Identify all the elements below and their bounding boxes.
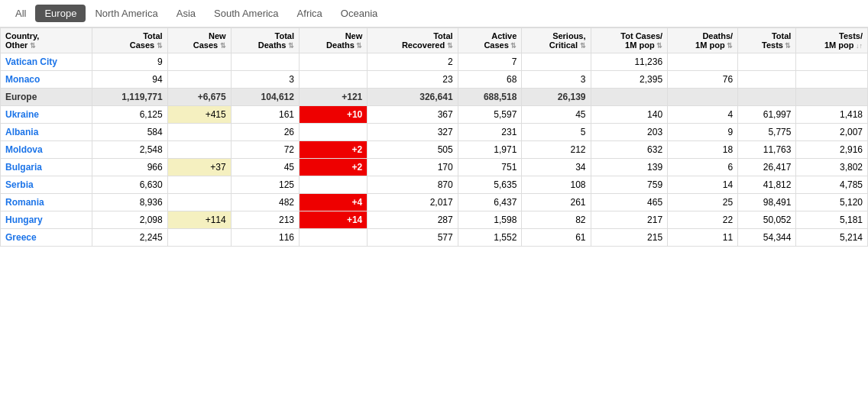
data-cell-total_deaths: 3	[231, 71, 299, 89]
col-header-country[interactable]: Country,Other ⇅	[1, 28, 92, 53]
data-cell-active_cases: 231	[458, 124, 522, 141]
country-link[interactable]: Moldova	[5, 144, 43, 155]
col-header-serious-critical[interactable]: Serious,Critical ⇅	[522, 28, 591, 53]
tab-oceania[interactable]: Oceania	[332, 5, 387, 22]
data-cell-deaths_per_m: 22	[668, 211, 738, 229]
country-link[interactable]: Greece	[5, 232, 37, 243]
data-cell-active_cases: 688,518	[458, 89, 522, 106]
data-cell-deaths_per_m: 76	[668, 71, 738, 89]
col-header-total-tests[interactable]: TotalTests ⇅	[738, 28, 796, 53]
data-cell-new_deaths	[299, 176, 367, 194]
country-cell[interactable]: Greece	[1, 229, 92, 247]
col-header-total-recovered[interactable]: TotalRecovered ⇅	[368, 28, 458, 53]
tab-europe[interactable]: Europe	[35, 5, 86, 22]
col-header-total-deaths[interactable]: TotalDeaths ⇅	[231, 28, 299, 53]
country-link[interactable]: Serbia	[5, 179, 34, 190]
data-cell-tot_cases_per_m: 139	[591, 159, 668, 176]
data-cell-active_cases: 6,437	[458, 194, 522, 211]
data-cell-total_tests	[738, 71, 796, 89]
sort-icon-total-cases: ⇅	[154, 42, 163, 50]
country-link[interactable]: Ukraine	[5, 109, 39, 120]
data-cell-total_deaths: 45	[231, 159, 299, 176]
data-cell-tests_per_m: 4,785	[796, 176, 868, 194]
country-link[interactable]: Romania	[5, 197, 44, 208]
data-cell-total_tests: 5,775	[738, 124, 796, 141]
data-cell-serious_critical: 61	[522, 229, 591, 247]
data-cell-total_deaths: 161	[231, 106, 299, 124]
data-cell-tests_per_m: 3,802	[796, 159, 868, 176]
data-cell-tests_per_m: 5,181	[796, 211, 868, 229]
data-cell-total_recovered: 577	[368, 229, 458, 247]
data-cell-total_tests: 26,417	[738, 159, 796, 176]
data-cell-active_cases: 1,598	[458, 211, 522, 229]
tab-asia[interactable]: Asia	[167, 5, 205, 22]
col-header-tests-per-m[interactable]: Tests/1M pop ↓↑	[796, 28, 868, 53]
country-cell[interactable]: Bulgaria	[1, 159, 92, 176]
col-header-new-deaths[interactable]: NewDeaths ⇅	[299, 28, 367, 53]
data-cell-deaths_per_m: 6	[668, 159, 738, 176]
country-cell[interactable]: Monaco	[1, 71, 92, 89]
data-cell-serious_critical: 5	[522, 124, 591, 141]
data-cell-total_tests: 41,812	[738, 176, 796, 194]
col-header-deaths-per-m[interactable]: Deaths/1M pop ⇅	[668, 28, 738, 53]
data-cell-deaths_per_m: 14	[668, 176, 738, 194]
data-cell-total_recovered: 23	[368, 71, 458, 89]
data-cell-new_deaths: +10	[299, 106, 367, 124]
country-cell[interactable]: Albania	[1, 124, 92, 141]
data-cell-total_cases: 2,245	[92, 229, 167, 247]
tab-all[interactable]: All	[6, 5, 35, 22]
table-row: Albania58426327231520395,7752,007	[1, 124, 868, 141]
table-row: Monaco943236832,39576	[1, 71, 868, 89]
tab-south-america[interactable]: South America	[205, 5, 288, 22]
country-link[interactable]: Hungary	[5, 215, 43, 225]
data-cell-deaths_per_m: 11	[668, 229, 738, 247]
data-cell-total_recovered: 2	[368, 53, 458, 71]
data-cell-total_cases: 6,630	[92, 176, 167, 194]
data-cell-new_deaths: +2	[299, 159, 367, 176]
data-cell-total_tests: 50,052	[738, 211, 796, 229]
country-cell[interactable]: Ukraine	[1, 106, 92, 124]
data-cell-serious_critical: 26,139	[522, 89, 591, 106]
country-cell[interactable]: Romania	[1, 194, 92, 211]
tab-africa[interactable]: Africa	[288, 5, 332, 22]
sort-icon-total-tests: ⇅	[783, 42, 792, 50]
data-cell-total_deaths: 116	[231, 229, 299, 247]
data-cell-new_deaths	[299, 124, 367, 141]
data-cell-total_recovered: 327	[368, 124, 458, 141]
data-cell-new_deaths: +121	[299, 89, 367, 106]
data-cell-total_recovered: 326,641	[368, 89, 458, 106]
data-cell-total_tests: 11,763	[738, 141, 796, 159]
country-link[interactable]: Albania	[5, 127, 38, 137]
col-header-total-cases[interactable]: TotalCases ⇅	[92, 28, 167, 53]
sort-icon-active-cases: ⇅	[509, 42, 517, 50]
table-row: Romania8,936482+42,0176,4372614652598,49…	[1, 194, 868, 211]
data-cell-total_recovered: 505	[368, 141, 458, 159]
data-cell-new_deaths: +2	[299, 141, 367, 159]
data-cell-total_tests: 98,491	[738, 194, 796, 211]
country-link[interactable]: Bulgaria	[5, 162, 42, 173]
sort-icon-new-deaths: ⇅	[355, 42, 363, 50]
col-header-tot-cases-per-m[interactable]: Tot Cases/1M pop ⇅	[591, 28, 668, 53]
data-cell-tot_cases_per_m: 632	[591, 141, 668, 159]
country-link[interactable]: Vatican City	[5, 56, 57, 67]
country-link[interactable]: Monaco	[5, 74, 40, 85]
country-cell[interactable]: Moldova	[1, 141, 92, 159]
data-cell-new_cases	[167, 176, 231, 194]
data-cell-new_cases: +415	[167, 106, 231, 124]
tab-north-america[interactable]: North America	[86, 5, 167, 22]
country-cell[interactable]: Vatican City	[1, 53, 92, 71]
country-cell[interactable]: Serbia	[1, 176, 92, 194]
country-cell[interactable]: Hungary	[1, 211, 92, 229]
data-cell-deaths_per_m	[668, 89, 738, 106]
data-cell-total_cases: 966	[92, 159, 167, 176]
sort-icon-tot-cases-per-m: ⇅	[655, 42, 663, 50]
data-cell-new_deaths: +4	[299, 194, 367, 211]
data-cell-tot_cases_per_m: 11,236	[591, 53, 668, 71]
data-cell-total_tests: 54,344	[738, 229, 796, 247]
data-cell-total_deaths	[231, 53, 299, 71]
col-header-active-cases[interactable]: ActiveCases ⇅	[458, 28, 522, 53]
data-cell-total_cases: 8,936	[92, 194, 167, 211]
col-header-new-cases[interactable]: NewCases ⇅	[167, 28, 231, 53]
data-cell-active_cases: 7	[458, 53, 522, 71]
data-cell-total_recovered: 367	[368, 106, 458, 124]
